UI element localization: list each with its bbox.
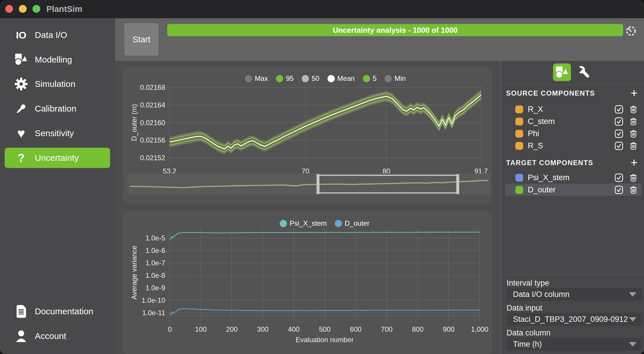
section-title: TARGET COMPONENTS [506,159,629,167]
app-window: PlantSim IOData I/OModellingSimulationCa… [0,0,644,354]
close-window-icon[interactable] [5,5,13,13]
x-tick-label: 400 [278,325,310,333]
color-swatch [515,118,523,125]
sidebar-item-sensitivity[interactable]: ♥Sensitivity [5,123,110,143]
sidebar-item-label: Account [35,331,66,341]
trash-icon[interactable] [629,117,638,126]
progress-label: Uncertainty analysis - 1000 of 1000 [333,26,458,35]
checkbox[interactable] [614,173,623,182]
overview-chart [128,173,490,195]
right-panel: SOURCE COMPONENTS+R_XC_stemPhiR_STARGET … [501,61,644,354]
field-label: Data input [507,304,542,313]
sensitivity-icon: ♥ [13,126,30,141]
checkbox[interactable] [614,141,623,150]
modelling-icon [13,52,30,67]
dropdown-data-input[interactable]: Staci_D_TBP3_2007_0909-0912 [507,313,642,326]
trash-icon[interactable] [629,141,638,150]
x-tick-label: 600 [340,325,372,333]
trash-icon[interactable] [629,129,638,138]
minimize-window-icon[interactable] [19,5,27,13]
toolbar: Start Uncertainty analysis - 1000 of 100… [115,18,644,61]
calibration-icon [13,101,30,116]
title-bar: PlantSim [0,0,644,18]
x-tick-label: 0 [154,325,186,333]
color-swatch [515,130,523,138]
settings-tab[interactable] [575,63,593,81]
x-axis-title: Evaluation number [252,336,397,344]
x-tick-label: 300 [247,325,279,333]
component-name: Phi [528,129,614,138]
dropdown-value: Data I/O column [513,290,629,299]
selection-handle-right[interactable] [456,174,459,194]
sidebar-item-label: Simulation [35,79,75,89]
sidebar-item-label: Data I/O [35,30,67,40]
overview-range-selector[interactable] [128,173,490,195]
checkbox[interactable] [614,117,623,126]
wrench-icon [577,66,591,79]
sidebar-item-calibration[interactable]: Calibration [5,98,110,119]
sidebar-item-simulation[interactable]: Simulation [5,74,110,94]
separator [501,84,644,85]
checkbox[interactable] [614,129,623,138]
documentation-icon [13,304,30,319]
component-name: C_stem [528,117,614,126]
sidebar-item-label: Sensitivity [35,128,74,138]
sidebar: IOData I/OModellingSimulationCalibration… [0,18,115,354]
gauge-icon[interactable] [625,25,637,37]
x-tick-label: 800 [402,325,434,333]
sidebar-item-documentation[interactable]: Documentation [5,301,110,322]
x-tick-label: 500 [309,325,341,333]
y-axis-title: Average variance [130,229,138,316]
component-name: R_S [528,141,614,150]
y-axis-title: D_outer (m) [130,79,138,166]
sidebar-item-label: Modelling [35,55,72,65]
section-header: SOURCE COMPONENTS+ [506,87,639,99]
component-name: D_outer [528,185,614,194]
components-tab[interactable] [553,63,571,81]
account-icon [13,329,30,344]
sidebar-item-label: Uncertainty [35,153,79,163]
x-tick-label: 1,000 [464,325,492,333]
maximize-window-icon[interactable] [32,5,40,13]
section-header: TARGET COMPONENTS+ [506,157,639,169]
section-title: SOURCE COMPONENTS [506,89,629,97]
dropdown-interval-type[interactable]: Data I/O column [507,288,642,301]
sidebar-item-modelling[interactable]: Modelling [5,50,110,70]
checkbox[interactable] [614,185,623,194]
sidebar-item-data-i-o[interactable]: IOData I/O [5,25,110,45]
add-component-button[interactable]: + [629,88,639,98]
sidebar-item-account[interactable]: Account [5,326,110,346]
dropdown-value: Time (h) [513,340,629,349]
color-swatch [515,142,523,150]
sidebar-item-uncertainty[interactable]: ?Uncertainty [5,148,110,168]
add-component-button[interactable]: + [629,158,639,168]
trash-icon[interactable] [629,105,638,114]
component-row[interactable]: R_X [505,103,642,115]
io-icon: IO [13,28,30,43]
component-row[interactable]: Psi_X_stem [505,171,642,184]
chevron-down-icon [629,292,636,297]
trash-icon[interactable] [629,185,638,194]
sidebar-item-label: Documentation [35,306,93,316]
color-swatch [515,105,523,113]
field-label: Data column [507,329,551,337]
dropdown-data-column[interactable]: Time (h) [507,338,642,351]
selection-handle-left[interactable] [316,174,319,194]
chevron-down-icon [629,317,636,322]
variance-chart-panel: Psi_X_stemD_outer1.0e-51.0e-61.0e-71.0e-… [123,211,492,354]
component-row[interactable]: R_S [505,140,642,152]
x-tick-label: 200 [216,325,248,333]
x-tick-label: 100 [185,325,217,333]
dropdown-value: Staci_D_TBP3_2007_0909-0912 [513,315,629,324]
component-row[interactable]: Phi [505,127,642,140]
progress-bar: Uncertainty analysis - 1000 of 1000 [167,24,623,36]
field-label: Interval type [507,279,549,288]
component-name: Psi_X_stem [528,173,614,182]
start-button[interactable]: Start [124,23,159,56]
checkbox[interactable] [614,105,623,114]
component-row[interactable]: D_outer [505,184,642,196]
simulation-icon [13,76,30,92]
trash-icon[interactable] [629,173,638,182]
component-name: R_X [528,105,614,114]
component-row[interactable]: C_stem [505,115,642,127]
